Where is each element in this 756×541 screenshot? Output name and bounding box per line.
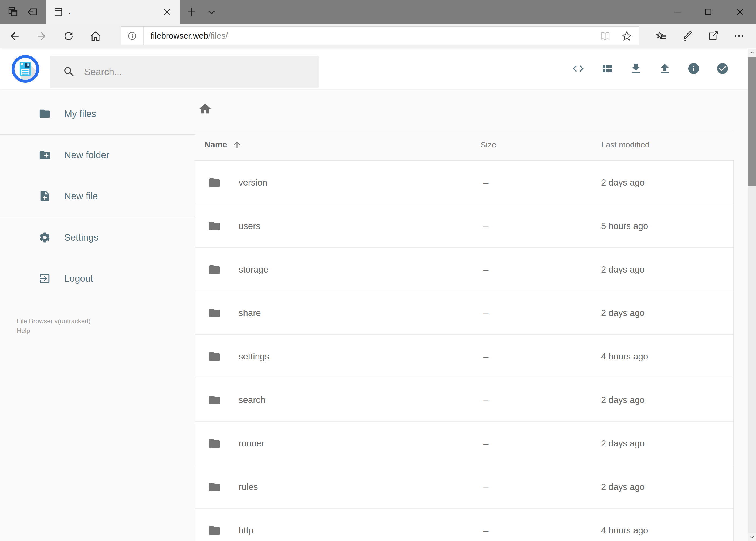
window-maximize-button[interactable] xyxy=(697,0,719,24)
folder-icon xyxy=(39,108,51,120)
sort-ascending-icon xyxy=(232,140,242,150)
create-new-folder-icon xyxy=(39,149,51,161)
browser-tab[interactable]: . xyxy=(46,0,180,24)
help-link[interactable]: Help xyxy=(17,326,195,336)
file-modified: 2 days ago xyxy=(601,308,644,318)
sidebar-item-new-file[interactable]: New file xyxy=(0,176,195,217)
tab-preview-chevron-icon[interactable] xyxy=(206,7,217,18)
sidebar-item-label: Settings xyxy=(64,232,98,243)
file-modified: 2 days ago xyxy=(601,265,644,275)
refresh-button[interactable] xyxy=(63,30,75,42)
download-icon[interactable] xyxy=(630,62,642,75)
browser-titlebar: . xyxy=(0,0,756,24)
search-input[interactable] xyxy=(84,66,300,77)
file-size: – xyxy=(483,178,488,188)
tab-preview-icon[interactable] xyxy=(7,6,19,18)
set-tabs-aside-icon[interactable] xyxy=(26,6,38,18)
file-size: – xyxy=(483,221,488,231)
filebrowser-app: My files New folder New file Sett xyxy=(0,49,756,541)
site-info-icon[interactable] xyxy=(121,27,143,45)
select-check-icon[interactable] xyxy=(716,62,729,75)
page-icon xyxy=(53,6,64,17)
address-bar[interactable]: filebrowser.web/files/ xyxy=(121,26,639,45)
url-path: /files/ xyxy=(208,31,228,41)
column-name-label: Name xyxy=(204,140,227,150)
window-minimize-button[interactable] xyxy=(667,0,688,24)
scrollbar-down-icon[interactable] xyxy=(748,533,756,541)
tab-title: . xyxy=(69,6,71,16)
scrollbar-thumb[interactable] xyxy=(748,57,756,186)
app-header xyxy=(0,49,748,89)
scrollbar-up-icon[interactable] xyxy=(748,49,756,57)
file-size: – xyxy=(483,438,488,449)
table-row[interactable]: version – 2 days ago xyxy=(195,161,733,204)
table-row[interactable]: users – 5 hours ago xyxy=(195,204,733,248)
app-version-text: File Browser v(untracked) xyxy=(17,316,195,326)
browser-window: . xyxy=(0,0,756,541)
add-favorite-star-icon[interactable] xyxy=(621,30,632,42)
file-name: version xyxy=(239,178,267,188)
file-modified: 2 days ago xyxy=(601,395,644,405)
file-name: rules xyxy=(239,482,258,492)
file-modified: 2 days ago xyxy=(601,482,644,492)
column-header-size[interactable]: Size xyxy=(480,140,496,149)
folder-icon xyxy=(208,524,221,537)
home-button[interactable] xyxy=(90,30,102,42)
table-rows: version – 2 days ago users – 5 hours ago… xyxy=(195,161,734,541)
table-row[interactable]: http – 4 hours ago xyxy=(195,509,733,541)
sidebar-item-my-files[interactable]: My files xyxy=(0,93,195,134)
file-modified: 2 days ago xyxy=(601,438,644,449)
table-row[interactable]: settings – 4 hours ago xyxy=(195,335,733,378)
filebrowser-logo xyxy=(11,55,39,83)
favorites-hub-icon[interactable] xyxy=(655,30,667,42)
ink-pen-icon[interactable] xyxy=(681,30,693,42)
file-name: share xyxy=(239,308,261,318)
file-name: storage xyxy=(239,265,268,275)
file-size: – xyxy=(483,482,488,492)
url-text: filebrowser.web/files/ xyxy=(150,31,228,41)
file-name: runner xyxy=(239,438,264,449)
file-name: search xyxy=(239,395,265,405)
file-size: – xyxy=(483,351,488,362)
forward-button[interactable] xyxy=(36,30,48,42)
table-row[interactable]: rules – 2 days ago xyxy=(195,465,733,509)
home-breadcrumb-icon[interactable] xyxy=(198,102,212,116)
column-header-name[interactable]: Name xyxy=(204,140,242,150)
file-size: – xyxy=(483,308,488,318)
file-name: users xyxy=(239,221,260,231)
breadcrumb xyxy=(195,89,734,130)
window-close-button[interactable] xyxy=(729,0,751,24)
folder-icon xyxy=(208,220,221,233)
back-button[interactable] xyxy=(9,30,21,42)
sidebar: My files New folder New file Sett xyxy=(0,93,195,336)
new-tab-button[interactable] xyxy=(186,6,197,18)
file-size: – xyxy=(483,265,488,275)
search-bar[interactable] xyxy=(50,56,319,88)
folder-icon xyxy=(208,437,221,450)
sidebar-item-settings[interactable]: Settings xyxy=(0,217,195,258)
table-row[interactable]: share – 2 days ago xyxy=(195,291,733,335)
code-view-icon[interactable] xyxy=(572,62,585,75)
column-header-modified[interactable]: Last modified xyxy=(601,140,649,149)
url-host: filebrowser.web xyxy=(150,31,208,41)
info-icon[interactable] xyxy=(687,62,700,75)
browser-toolbar: filebrowser.web/files/ xyxy=(0,24,756,48)
reading-view-icon[interactable] xyxy=(599,30,611,42)
file-name: http xyxy=(239,525,253,536)
table-row[interactable]: search – 2 days ago xyxy=(195,378,733,422)
search-icon xyxy=(63,65,76,78)
more-options-icon[interactable] xyxy=(733,30,745,42)
sidebar-item-new-folder[interactable]: New folder xyxy=(0,135,195,176)
grid-view-icon[interactable] xyxy=(601,62,614,75)
upload-icon[interactable] xyxy=(658,62,671,75)
table-row[interactable]: storage – 2 days ago xyxy=(195,248,733,291)
tab-close-icon[interactable] xyxy=(162,6,172,17)
note-add-icon xyxy=(39,190,51,202)
sidebar-item-logout[interactable]: Logout xyxy=(0,258,195,299)
file-modified: 5 hours ago xyxy=(601,221,648,231)
file-size: – xyxy=(483,395,488,405)
share-icon[interactable] xyxy=(707,30,719,42)
sidebar-item-label: New folder xyxy=(64,150,109,161)
table-row[interactable]: runner – 2 days ago xyxy=(195,422,733,465)
page-scrollbar[interactable] xyxy=(748,49,756,541)
